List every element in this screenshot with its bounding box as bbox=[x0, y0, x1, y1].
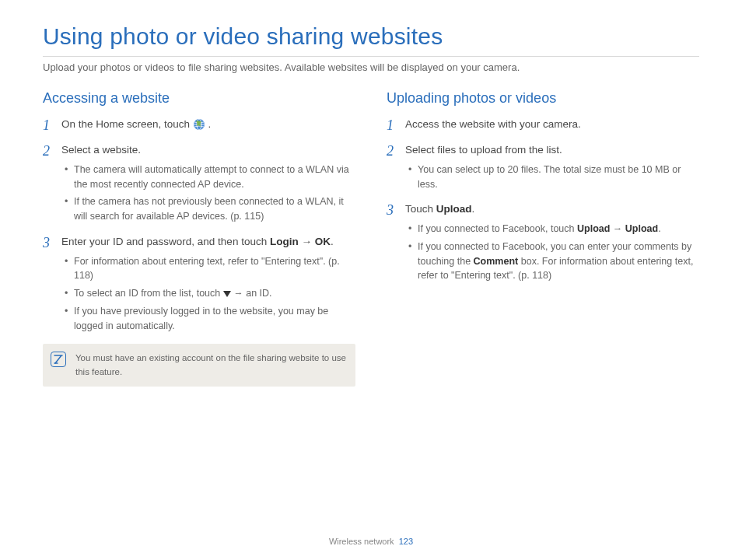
step-number: 2 bbox=[387, 142, 394, 161]
step-number: 3 bbox=[43, 233, 50, 253]
step-number: 2 bbox=[43, 142, 50, 161]
step-3: 3 Touch Upload. If you connected to Face… bbox=[387, 202, 699, 283]
left-column: Accessing a website 1 On the Home screen… bbox=[43, 90, 355, 387]
sub-item: You can select up to 20 files. The total… bbox=[405, 163, 699, 192]
step-text: . bbox=[208, 118, 212, 130]
sub-text: To select an ID from the list, touch bbox=[74, 288, 223, 299]
footer-section: Wireless network bbox=[329, 537, 394, 546]
login-label: Login bbox=[270, 236, 299, 247]
columns: Accessing a website 1 On the Home screen… bbox=[43, 90, 699, 387]
comment-bold: Comment bbox=[474, 256, 519, 267]
step-text: Select a website. bbox=[61, 144, 141, 156]
intro-text: Upload your photos or videos to file sha… bbox=[43, 61, 699, 73]
divider bbox=[43, 56, 699, 57]
step-1: 1 On the Home screen, touch . bbox=[43, 117, 355, 132]
manual-page: Using photo or video sharing websites Up… bbox=[0, 0, 742, 560]
globe-icon bbox=[193, 118, 205, 131]
sub-item: If the camera has not previously been co… bbox=[61, 194, 355, 224]
step-1: 1 Access the website with your camera. bbox=[387, 117, 699, 132]
arrow-icon: → bbox=[610, 223, 625, 234]
step-text: On the Home screen, touch bbox=[61, 118, 193, 130]
sub-item: If you connected to Facebook, touch Uplo… bbox=[405, 222, 699, 236]
down-triangle-icon bbox=[223, 291, 231, 297]
sub-list: For information about entering text, ref… bbox=[61, 250, 355, 334]
arrow-icon: → bbox=[299, 236, 315, 247]
note-text: You must have an existing account on the… bbox=[75, 352, 348, 379]
uploading-steps: 1 Access the website with your camera. 2… bbox=[387, 117, 699, 283]
sub-text: If you connected to Facebook, touch bbox=[418, 223, 577, 234]
step-number: 3 bbox=[387, 201, 394, 220]
step-text: . bbox=[472, 203, 475, 215]
note-box: You must have an existing account on the… bbox=[43, 344, 355, 387]
step-text: . bbox=[331, 236, 334, 247]
step-2: 2 Select a website. The camera will auto… bbox=[43, 143, 355, 224]
page-title: Using photo or video sharing websites bbox=[43, 23, 699, 50]
sub-text: . bbox=[658, 223, 660, 234]
note-icon bbox=[51, 352, 66, 367]
step-text: Touch bbox=[405, 203, 436, 215]
sub-item: The camera will automatically attempt to… bbox=[61, 163, 355, 192]
step-text: Select files to upload from the list. bbox=[405, 144, 562, 156]
step-number: 1 bbox=[43, 116, 50, 135]
step-text: Enter your ID and password, and then tou… bbox=[61, 236, 270, 247]
sub-item: If you have previously logged in to the … bbox=[61, 304, 355, 334]
accessing-heading: Accessing a website bbox=[43, 90, 355, 107]
sub-list: If you connected to Facebook, touch Uplo… bbox=[405, 217, 699, 283]
ok-label: OK bbox=[315, 236, 331, 247]
footer: Wireless network 123 bbox=[0, 537, 742, 546]
step-2: 2 Select files to upload from the list. … bbox=[387, 143, 699, 191]
upload-label: Upload bbox=[436, 203, 472, 215]
right-column: Uploading photos or videos 1 Access the … bbox=[387, 90, 699, 387]
step-text: Access the website with your camera. bbox=[405, 118, 581, 130]
sub-list: You can select up to 20 files. The total… bbox=[405, 158, 699, 192]
accessing-steps: 1 On the Home screen, touch . 2 Select a… bbox=[43, 117, 355, 333]
upload-bold: Upload bbox=[577, 223, 610, 234]
sub-item: For information about entering text, ref… bbox=[61, 254, 355, 284]
upload-bold: Upload bbox=[625, 223, 658, 234]
step-3: 3 Enter your ID and password, and then t… bbox=[43, 235, 355, 334]
sub-item: To select an ID from the list, touch → a… bbox=[61, 286, 355, 301]
page-number: 123 bbox=[399, 537, 413, 546]
step-number: 1 bbox=[387, 116, 394, 135]
uploading-heading: Uploading photos or videos bbox=[387, 90, 699, 107]
sub-list: The camera will automatically attempt to… bbox=[61, 158, 355, 224]
sub-text: → an ID. bbox=[231, 288, 272, 299]
sub-item: If you connected to Facebook, you can en… bbox=[405, 240, 699, 283]
